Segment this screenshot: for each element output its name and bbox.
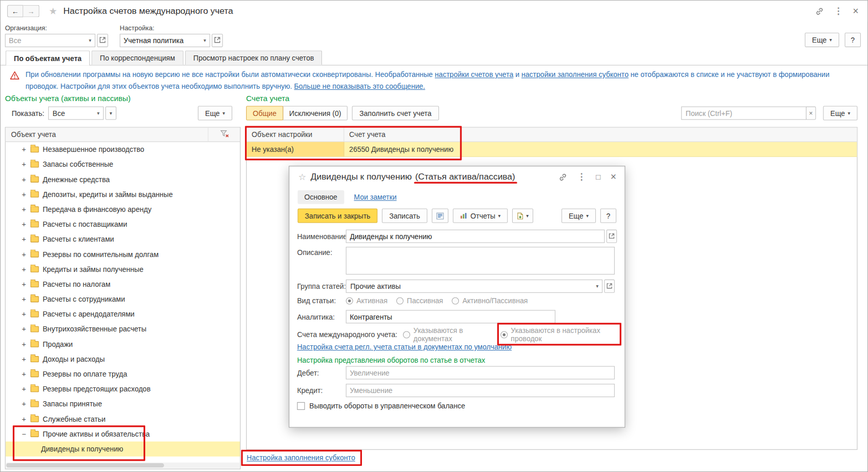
tree-row[interactable]: + Продажи — [6, 337, 240, 351]
kebab-menu-icon[interactable]: ⋮ — [577, 172, 586, 181]
tree-row[interactable]: + Запасы принятые — [6, 397, 240, 411]
setting-input[interactable] — [120, 34, 200, 47]
expand-icon[interactable]: + — [20, 400, 28, 408]
common-toggle-button[interactable]: Общие — [246, 106, 283, 120]
description-textarea[interactable] — [346, 247, 615, 274]
group-combobox[interactable]: Прочие активы ▾ — [346, 280, 603, 293]
expand-icon[interactable]: + — [20, 415, 28, 423]
name-input[interactable] — [346, 230, 605, 243]
radio-active-passive[interactable]: Активно/Пассивная — [452, 297, 528, 305]
help-button[interactable]: ? — [845, 33, 861, 47]
close-icon[interactable]: × — [853, 6, 858, 16]
show-records-button[interactable] — [432, 208, 448, 223]
expand-icon[interactable]: + — [20, 235, 28, 243]
chevron-down-icon[interactable]: ▾ — [94, 110, 103, 116]
scrollbar-thumb[interactable] — [6, 463, 164, 468]
get-link-icon[interactable] — [559, 173, 567, 181]
tab[interactable]: По корреспонденциям — [92, 50, 184, 65]
exceptions-toggle-button[interactable]: Исключения (0) — [282, 106, 348, 120]
expand-icon[interactable]: + — [20, 175, 28, 184]
maximize-icon[interactable]: □ — [596, 173, 600, 181]
tree-row[interactable]: + Резервы предстоящих расходов — [6, 382, 240, 397]
dialog-help-button[interactable]: ? — [600, 208, 616, 223]
credit-input[interactable] — [346, 384, 615, 397]
create-based-on-button[interactable]: ▾ — [512, 208, 533, 223]
filter-settings-cell[interactable] — [208, 128, 240, 142]
warning-link-account-settings[interactable]: настройки счетов учета — [435, 70, 513, 78]
expand-icon[interactable]: + — [20, 355, 28, 363]
group-open-button[interactable] — [604, 280, 615, 293]
get-link-icon[interactable] — [816, 7, 824, 15]
tree-row[interactable]: + Служебные статьи — [6, 411, 240, 426]
organization-open-button[interactable] — [97, 34, 108, 47]
tab[interactable]: По объектам учета — [6, 50, 90, 65]
expand-icon[interactable]: + — [20, 190, 28, 199]
expand-icon[interactable]: + — [20, 205, 28, 213]
tree-row[interactable]: + Незавершенное производство — [6, 142, 240, 157]
radio-specified-in-documents[interactable]: Указываются в документах — [403, 326, 492, 343]
account-cell[interactable]: 26550 Дивиденды к получению — [344, 142, 857, 156]
setting-combobox[interactable]: ▾ — [120, 34, 210, 47]
column-header-object[interactable]: Объект учета — [11, 130, 56, 139]
tree-row[interactable]: + Передача в финансовую аренду — [6, 202, 240, 217]
organization-combobox[interactable]: ▾ — [5, 34, 95, 47]
expand-icon[interactable]: + — [20, 250, 28, 259]
tree-row[interactable]: + Расчеты по налогам — [6, 277, 240, 291]
clear-search-button[interactable]: × — [806, 107, 816, 120]
expand-icon[interactable]: + — [20, 160, 28, 168]
expand-icon[interactable]: + — [20, 325, 28, 333]
tree-row[interactable]: + Запасы собственные — [6, 157, 240, 172]
radio-specified-in-settings[interactable]: Указываются в настройках проводок — [500, 326, 617, 343]
expand-icon[interactable]: + — [20, 385, 28, 393]
expand-icon[interactable]: + — [20, 220, 28, 228]
save-close-button[interactable]: Записать и закрыть — [298, 208, 378, 223]
organization-input[interactable] — [6, 34, 86, 47]
expand-icon[interactable]: + — [20, 265, 28, 273]
favorites-star-icon[interactable]: ☆ — [298, 172, 307, 183]
tree-row[interactable]: + Расчеты с сотрудниками — [6, 292, 240, 307]
expand-icon[interactable]: + — [20, 310, 28, 318]
tab-main[interactable]: Основное — [298, 190, 344, 204]
save-button[interactable]: Записать — [382, 208, 427, 223]
close-icon[interactable]: × — [611, 172, 616, 182]
analytics-input[interactable] — [346, 310, 556, 323]
tree-row[interactable]: + Кредиты и займы полученные — [6, 262, 240, 277]
expand-icon[interactable]: + — [20, 370, 28, 378]
reg-account-settings-link[interactable]: Настройка счета регл. учета статьи в док… — [297, 343, 512, 351]
tree-row[interactable]: + Внутрихозяйственные расчеты — [6, 322, 240, 337]
warning-link-dismiss[interactable]: Больше не показывать это сообщение. — [294, 82, 426, 90]
expand-icon[interactable]: − — [20, 430, 28, 438]
subconto-settings-link[interactable]: Настройка заполнения субконто — [247, 454, 355, 462]
tree-row[interactable]: − Прочие активы и обязательства — [6, 426, 240, 441]
column-header-setting-object[interactable]: Объект настройки — [247, 128, 344, 142]
radio-active[interactable]: Активная — [346, 297, 388, 305]
search-input[interactable] — [681, 107, 806, 120]
dialog-more-button[interactable]: Еще▾ — [561, 208, 596, 223]
tab[interactable]: Просмотр настроек по плану счетов — [185, 50, 322, 65]
debit-input[interactable] — [346, 366, 615, 380]
more-button[interactable]: Еще▾ — [805, 33, 839, 47]
tree-row[interactable]: Дивиденды к получению — [6, 442, 240, 457]
tree-row[interactable]: + Расчеты с поставщиками — [6, 217, 240, 232]
tree-row[interactable]: + Расчеты с клиентами — [6, 232, 240, 247]
expand-icon[interactable]: + — [20, 340, 28, 348]
radio-passive[interactable]: Пассивная — [396, 297, 443, 305]
chevron-down-icon[interactable]: ▾ — [593, 283, 602, 289]
column-header-account[interactable]: Счет учета — [344, 128, 857, 142]
tree-row[interactable]: + Депозиты, кредиты и займы выданные — [6, 187, 240, 202]
objects-more-button[interactable]: Еще▾ — [198, 106, 232, 120]
tab-my-notes[interactable]: Мои заметки — [354, 193, 396, 201]
chevron-down-icon[interactable]: ▾ — [200, 38, 209, 44]
back-button[interactable]: ← — [7, 5, 23, 17]
favorites-star-icon[interactable]: ★ — [49, 5, 57, 17]
checkbox-icon[interactable] — [297, 402, 305, 409]
show-filter-combobox[interactable]: Все ▾ — [48, 107, 104, 120]
tree-row[interactable]: + Денежные средства — [6, 172, 240, 187]
expand-icon[interactable]: + — [20, 145, 28, 153]
fill-account-button[interactable]: Заполнить счет учета — [352, 106, 439, 120]
accounts-row[interactable]: Не указан(а) 26550 Дивиденды к получению — [247, 142, 857, 157]
kebab-menu-icon[interactable]: ⋮ — [834, 7, 842, 15]
warning-link-subconto-settings[interactable]: настройки заполнения субконто — [521, 70, 629, 78]
accounts-more-button[interactable]: Еще▾ — [823, 106, 857, 120]
tree-row[interactable]: + Резервы по сомнительным долгам — [6, 247, 240, 262]
